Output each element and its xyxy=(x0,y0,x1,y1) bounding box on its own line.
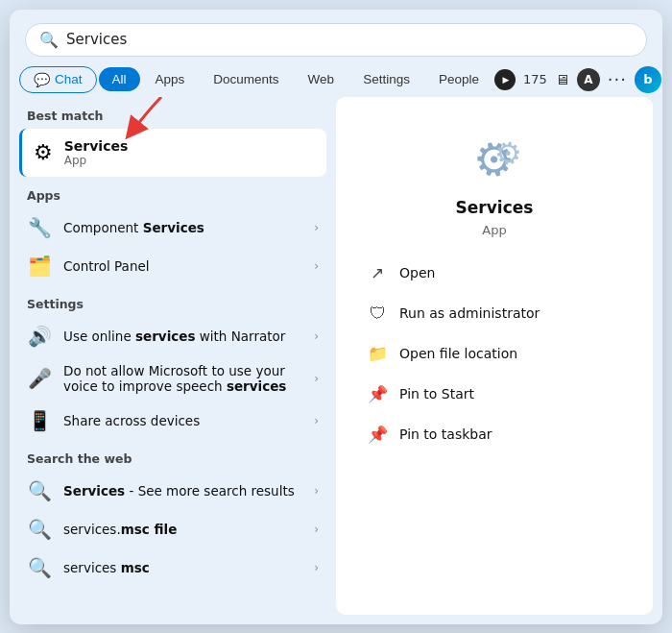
chevron-icon-s: › xyxy=(314,372,319,385)
admin-icon: 🛡 xyxy=(367,304,388,323)
list-item-web-msc-file[interactable]: 🔍 services.msc file › xyxy=(19,510,326,548)
letter-badge[interactable]: A xyxy=(577,68,600,91)
pin-start-icon: 📌 xyxy=(367,384,388,403)
play-button[interactable] xyxy=(494,69,516,90)
count-badge: 175 xyxy=(523,72,547,86)
search-input[interactable]: Services xyxy=(66,31,633,48)
bing-button[interactable]: b xyxy=(635,66,661,93)
chevron-icon-w3: › xyxy=(314,561,319,574)
chat-icon: 💬 xyxy=(34,72,50,87)
narrator-text: Use online services with Narrator xyxy=(63,329,302,344)
list-item-speech[interactable]: 🎤 Do not allow Microsoft to use your voi… xyxy=(19,355,326,402)
chevron-icon-cp: › xyxy=(314,259,319,273)
tab-settings[interactable]: Settings xyxy=(349,67,423,91)
web-services-text: Services - See more search results xyxy=(63,483,302,499)
tabs-right: 175 🖥 A ··· b xyxy=(494,66,661,93)
tabs-row: 💬 Chat All Apps Documents Web Settings P… xyxy=(10,62,662,97)
narrator-icon: 🔊 xyxy=(27,325,52,348)
right-app-type: App xyxy=(482,223,506,237)
main-content: Best match ⚙️ Services App xyxy=(10,97,662,624)
action-pin-start-label: Pin to Start xyxy=(399,386,474,402)
red-arrow xyxy=(99,97,185,145)
action-run-admin[interactable]: 🛡 Run as administrator xyxy=(355,295,634,331)
list-item-share[interactable]: 📱 Share across devices › xyxy=(19,402,326,440)
search-icon: 🔍 xyxy=(39,31,59,49)
list-item-web-msc[interactable]: 🔍 services msc › xyxy=(19,548,326,587)
share-text: Share across devices xyxy=(63,413,302,428)
action-folder-label: Open file location xyxy=(399,346,517,361)
control-panel-text: Control Panel xyxy=(63,258,302,274)
list-item-control-panel[interactable]: 🗂️ Control Panel › xyxy=(19,247,326,285)
action-file-location[interactable]: 📁 Open file location xyxy=(355,335,634,372)
chevron-icon-n: › xyxy=(314,329,319,343)
tab-chat[interactable]: 💬 Chat xyxy=(19,66,97,93)
list-item-narrator[interactable]: 🔊 Use online services with Narrator › xyxy=(19,317,326,355)
search-window: 🔍 Services 💬 Chat All Apps Documents Web… xyxy=(10,10,662,624)
action-open-label: Open xyxy=(399,265,435,280)
list-item-web-services[interactable]: 🔍 Services - See more search results › xyxy=(19,472,326,510)
tab-people[interactable]: People xyxy=(425,67,492,91)
best-match-item[interactable]: ⚙️ Services App xyxy=(19,129,326,177)
more-button[interactable]: ··· xyxy=(608,69,627,89)
component-services-text: Component Services xyxy=(63,220,302,235)
right-panel: ⚙ ⚙ Services App ↗ Open 🛡 Run as adminis… xyxy=(336,97,653,615)
web-msc-text: services msc xyxy=(63,560,302,575)
web-search-icon: 🔍 xyxy=(27,479,52,502)
speech-text: Do not allow Microsoft to use your voice… xyxy=(63,363,302,394)
action-pin-taskbar[interactable]: 📌 Pin to taskbar xyxy=(355,416,634,452)
apps-section-title: Apps xyxy=(19,177,326,208)
chevron-icon-sh: › xyxy=(314,414,319,427)
tab-web[interactable]: Web xyxy=(295,67,348,91)
action-open[interactable]: ↗ Open xyxy=(355,255,634,291)
web-search-icon-3: 🔍 xyxy=(27,556,52,579)
right-app-name: Services xyxy=(456,198,534,217)
folder-icon: 📁 xyxy=(367,344,388,363)
left-panel: Best match ⚙️ Services App xyxy=(19,97,326,615)
share-icon: 📱 xyxy=(27,409,52,432)
right-actions: ↗ Open 🛡 Run as administrator 📁 Open fil… xyxy=(355,255,634,452)
right-app-icon: ⚙ ⚙ xyxy=(473,126,515,188)
speech-icon: 🎤 xyxy=(27,367,52,390)
best-match-type: App xyxy=(64,154,129,167)
tab-apps[interactable]: Apps xyxy=(142,67,199,91)
open-icon: ↗ xyxy=(367,263,388,282)
search-web-title: Search the web xyxy=(19,440,326,472)
chevron-icon: › xyxy=(314,221,319,234)
search-bar-row: 🔍 Services xyxy=(10,10,662,62)
action-pin-taskbar-label: Pin to taskbar xyxy=(399,426,492,442)
services-app-icon: ⚙️ xyxy=(34,140,53,164)
action-admin-label: Run as administrator xyxy=(399,305,540,321)
search-bar[interactable]: 🔍 Services xyxy=(25,23,647,57)
web-search-icon-2: 🔍 xyxy=(27,518,52,541)
tab-documents[interactable]: Documents xyxy=(200,67,292,91)
tab-all[interactable]: All xyxy=(99,67,140,91)
web-msc-file-text: services.msc file xyxy=(63,522,302,537)
chevron-icon-w2: › xyxy=(314,523,319,536)
component-services-icon: 🔧 xyxy=(27,216,52,239)
monitor-icon: 🖥 xyxy=(555,71,569,88)
action-pin-start[interactable]: 📌 Pin to Start xyxy=(355,376,634,412)
chevron-icon-w1: › xyxy=(314,484,319,498)
list-item-component-services[interactable]: 🔧 Component Services › xyxy=(19,208,326,247)
settings-section-title: Settings xyxy=(19,285,326,317)
control-panel-icon: 🗂️ xyxy=(27,255,52,278)
pin-taskbar-icon: 📌 xyxy=(367,425,388,444)
